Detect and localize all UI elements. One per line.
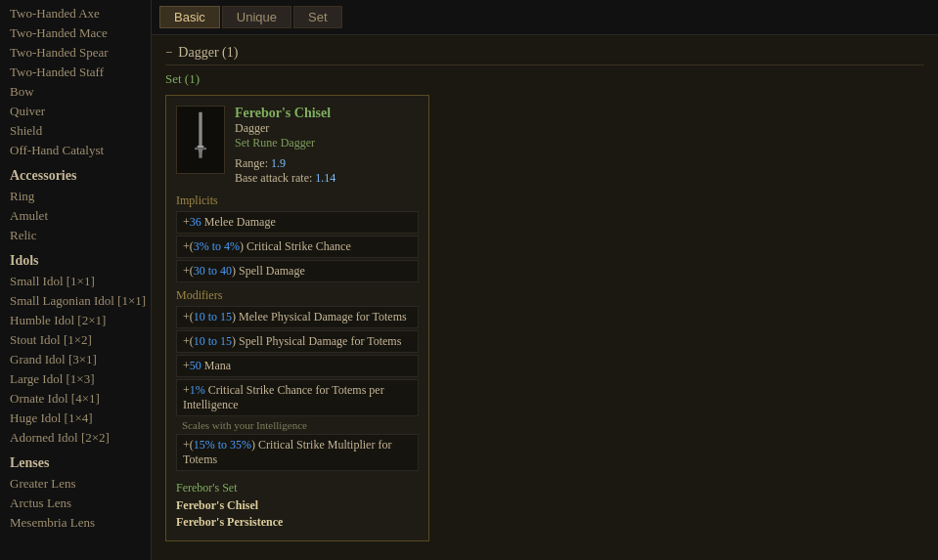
sidebar-item-humble-idol[interactable]: Humble Idol [2×1] bbox=[0, 311, 151, 330]
tab-basic[interactable]: Basic bbox=[159, 6, 220, 28]
sidebar-item-quiver[interactable]: Quiver bbox=[0, 102, 151, 121]
sidebar-item-large-idol[interactable]: Large Idol [1×3] bbox=[0, 369, 151, 389]
implicit-1-highlight: 3% to 4% bbox=[194, 239, 240, 253]
sidebar-item-amulet[interactable]: Amulet bbox=[0, 206, 151, 226]
sidebar-item-two-handed-staff[interactable]: Two-Handed Staff bbox=[0, 63, 151, 82]
sidebar-section-idols: Idols bbox=[0, 245, 151, 272]
modifier-row-4: +(15% to 35%) Critical Strike Multiplier… bbox=[176, 434, 419, 471]
sidebar-item-arctus-lens[interactable]: Arctus Lens bbox=[0, 494, 151, 513]
sidebar-item-mesembria-lens[interactable]: Mesembria Lens bbox=[0, 513, 151, 533]
content-area: − Dagger (1) Set (1) Ferebor's Chisel D bbox=[152, 35, 938, 560]
set-section-title: Ferebor's Set bbox=[176, 481, 419, 495]
sidebar-section-accessories: Accessories bbox=[0, 160, 151, 187]
implicit-row-0: +36 Melee Damage bbox=[176, 211, 419, 234]
section-title: Dagger (1) bbox=[178, 45, 238, 61]
collapse-button[interactable]: − bbox=[165, 45, 172, 61]
svg-rect-0 bbox=[199, 112, 201, 151]
sidebar-item-grand-idol[interactable]: Grand Idol [3×1] bbox=[0, 350, 151, 369]
mod-1-highlight: 10 to 15 bbox=[194, 334, 232, 348]
item-card: Ferebor's Chisel Dagger Set Rune Dagger … bbox=[165, 95, 429, 541]
svg-rect-3 bbox=[199, 150, 201, 158]
sidebar-item-small-idol[interactable]: Small Idol [1×1] bbox=[0, 272, 151, 291]
implicit-row-2: +(30 to 40) Spell Damage bbox=[176, 260, 419, 282]
modifier-row-2: +50 Mana bbox=[176, 355, 419, 377]
set-label: Set (1) bbox=[165, 71, 924, 87]
sidebar-item-adorned-idol[interactable]: Adorned Idol [2×2] bbox=[0, 428, 151, 448]
sidebar: Two-Handed Axe Two-Handed Mace Two-Hande… bbox=[0, 0, 152, 560]
tab-set[interactable]: Set bbox=[293, 6, 342, 28]
modifiers-label: Modifiers bbox=[176, 288, 419, 303]
set-piece-1: Ferebor's Persistence bbox=[176, 514, 419, 531]
implicits-label: Implicits bbox=[176, 194, 419, 208]
implicit-row-1: +(3% to 4%) Critical Strike Chance bbox=[176, 236, 419, 258]
sidebar-item-huge-idol[interactable]: Huge Idol [1×4] bbox=[0, 409, 151, 428]
item-name: Ferebor's Chisel bbox=[235, 106, 419, 121]
sidebar-item-shield[interactable]: Shield bbox=[0, 121, 151, 141]
sidebar-item-stout-idol[interactable]: Stout Idol [1×2] bbox=[0, 330, 151, 350]
item-stats: Range: 1.9 Base attack rate: 1.14 bbox=[235, 156, 419, 186]
sidebar-item-small-lagonian-idol[interactable]: Small Lagonian Idol [1×1] bbox=[0, 291, 151, 311]
sidebar-item-ring[interactable]: Ring bbox=[0, 187, 151, 206]
item-range: Range: 1.9 bbox=[235, 156, 419, 171]
modifier-row-0: +(10 to 15) Melee Physical Damage for To… bbox=[176, 306, 419, 328]
implicit-2-highlight: 30 to 40 bbox=[194, 264, 232, 278]
main-panel: Basic Unique Set − Dagger (1) Set (1) bbox=[152, 0, 938, 560]
item-bar: Base attack rate: 1.14 bbox=[235, 171, 419, 186]
set-piece-0: Ferebor's Chisel bbox=[176, 497, 419, 514]
item-icon bbox=[176, 106, 225, 174]
item-info: Ferebor's Chisel Dagger Set Rune Dagger … bbox=[235, 106, 419, 186]
dagger-icon bbox=[186, 110, 215, 169]
section-header: − Dagger (1) bbox=[165, 45, 924, 65]
sidebar-item-off-hand-catalyst[interactable]: Off-Hand Catalyst bbox=[0, 141, 151, 160]
sidebar-item-bow[interactable]: Bow bbox=[0, 82, 151, 102]
sidebar-item-greater-lens[interactable]: Greater Lens bbox=[0, 474, 151, 494]
tab-bar: Basic Unique Set bbox=[152, 0, 938, 35]
item-header: Ferebor's Chisel Dagger Set Rune Dagger … bbox=[176, 106, 419, 186]
tab-unique[interactable]: Unique bbox=[222, 6, 291, 28]
modifier-row-3: +1% Critical Strike Chance for Totems pe… bbox=[176, 379, 419, 416]
mod-2-highlight: 50 bbox=[190, 359, 201, 372]
set-section: Ferebor's Set Ferebor's Chisel Ferebor's… bbox=[176, 481, 419, 531]
sidebar-item-two-handed-spear[interactable]: Two-Handed Spear bbox=[0, 43, 151, 63]
svg-rect-2 bbox=[195, 148, 206, 151]
sidebar-section-lenses: Lenses bbox=[0, 448, 151, 474]
mod-4-highlight: 15% to 35% bbox=[194, 438, 251, 452]
sidebar-item-two-handed-axe[interactable]: Two-Handed Axe bbox=[0, 4, 151, 23]
sidebar-item-relic[interactable]: Relic bbox=[0, 226, 151, 245]
mod-0-highlight: 10 to 15 bbox=[194, 310, 232, 323]
mod-3-highlight: 1% bbox=[190, 383, 205, 397]
implicit-0-highlight: 36 bbox=[190, 215, 201, 229]
sidebar-item-ornate-idol[interactable]: Ornate Idol [4×1] bbox=[0, 389, 151, 409]
modifier-row-1: +(10 to 15) Spell Physical Damage for To… bbox=[176, 330, 419, 353]
item-type: Dagger bbox=[235, 121, 419, 136]
sidebar-item-two-handed-mace[interactable]: Two-Handed Mace bbox=[0, 23, 151, 43]
modifier-note-3: Scales with your Intelligence bbox=[176, 418, 419, 434]
item-subtype: Set Rune Dagger bbox=[235, 136, 419, 151]
